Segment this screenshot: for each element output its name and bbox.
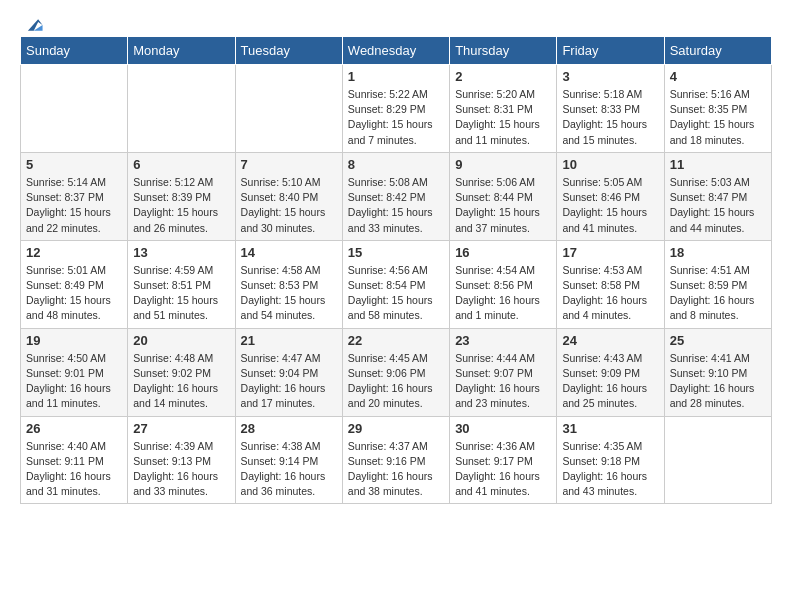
day-number: 11 [670, 157, 766, 172]
day-info-line: and 17 minutes. [241, 397, 316, 409]
calendar-cell: 3Sunrise: 5:18 AMSunset: 8:33 PMDaylight… [557, 65, 664, 153]
day-info-line: Daylight: 15 hours [670, 118, 755, 130]
day-info-line: Daylight: 16 hours [562, 382, 647, 394]
day-info-line: Sunset: 8:51 PM [133, 279, 211, 291]
day-info-line: Daylight: 15 hours [455, 206, 540, 218]
day-number: 30 [455, 421, 551, 436]
day-info: Sunrise: 4:40 AMSunset: 9:11 PMDaylight:… [26, 439, 122, 500]
day-info-line: Sunset: 9:10 PM [670, 367, 748, 379]
day-info-line: and 51 minutes. [133, 309, 208, 321]
day-info-line: Sunrise: 5:16 AM [670, 88, 750, 100]
day-info-line: Sunrise: 4:35 AM [562, 440, 642, 452]
calendar-week-3: 19Sunrise: 4:50 AMSunset: 9:01 PMDayligh… [21, 328, 772, 416]
day-info-line: Sunrise: 4:45 AM [348, 352, 428, 364]
calendar-cell: 10Sunrise: 5:05 AMSunset: 8:46 PMDayligh… [557, 152, 664, 240]
day-header-tuesday: Tuesday [235, 37, 342, 65]
day-number: 5 [26, 157, 122, 172]
day-info: Sunrise: 5:05 AMSunset: 8:46 PMDaylight:… [562, 175, 658, 236]
day-info-line: Daylight: 16 hours [241, 382, 326, 394]
day-info-line: Sunset: 9:02 PM [133, 367, 211, 379]
day-info-line: and 1 minute. [455, 309, 519, 321]
day-info-line: and 43 minutes. [562, 485, 637, 497]
day-number: 2 [455, 69, 551, 84]
day-number: 8 [348, 157, 444, 172]
day-info-line: Sunrise: 5:06 AM [455, 176, 535, 188]
day-info-line: Sunset: 9:09 PM [562, 367, 640, 379]
day-number: 18 [670, 245, 766, 260]
calendar-cell: 14Sunrise: 4:58 AMSunset: 8:53 PMDayligh… [235, 240, 342, 328]
day-info-line: Sunset: 8:47 PM [670, 191, 748, 203]
calendar-cell: 30Sunrise: 4:36 AMSunset: 9:17 PMDayligh… [450, 416, 557, 504]
day-info-line: and 18 minutes. [670, 134, 745, 146]
calendar-cell: 19Sunrise: 4:50 AMSunset: 9:01 PMDayligh… [21, 328, 128, 416]
day-info: Sunrise: 5:20 AMSunset: 8:31 PMDaylight:… [455, 87, 551, 148]
day-info-line: Daylight: 16 hours [26, 470, 111, 482]
calendar-cell: 27Sunrise: 4:39 AMSunset: 9:13 PMDayligh… [128, 416, 235, 504]
day-number: 28 [241, 421, 337, 436]
day-info-line: Daylight: 16 hours [133, 470, 218, 482]
day-number: 9 [455, 157, 551, 172]
day-info-line: Sunrise: 4:37 AM [348, 440, 428, 452]
calendar-cell [21, 65, 128, 153]
day-info-line: Daylight: 15 hours [670, 206, 755, 218]
day-info: Sunrise: 4:41 AMSunset: 9:10 PMDaylight:… [670, 351, 766, 412]
day-info-line: Sunrise: 4:43 AM [562, 352, 642, 364]
day-info-line: Sunrise: 4:50 AM [26, 352, 106, 364]
day-info-line: Daylight: 15 hours [348, 206, 433, 218]
day-info-line: Daylight: 16 hours [348, 382, 433, 394]
day-info-line: Daylight: 16 hours [562, 470, 647, 482]
day-info-line: Sunset: 9:06 PM [348, 367, 426, 379]
day-info-line: and 28 minutes. [670, 397, 745, 409]
day-info: Sunrise: 5:16 AMSunset: 8:35 PMDaylight:… [670, 87, 766, 148]
day-info-line: Sunrise: 5:12 AM [133, 176, 213, 188]
day-info-line: Sunrise: 4:41 AM [670, 352, 750, 364]
day-info: Sunrise: 4:50 AMSunset: 9:01 PMDaylight:… [26, 351, 122, 412]
day-number: 4 [670, 69, 766, 84]
day-number: 16 [455, 245, 551, 260]
day-info-line: Sunset: 8:58 PM [562, 279, 640, 291]
day-info-line: and 30 minutes. [241, 222, 316, 234]
calendar-cell: 28Sunrise: 4:38 AMSunset: 9:14 PMDayligh… [235, 416, 342, 504]
day-info-line: Sunset: 8:59 PM [670, 279, 748, 291]
calendar-cell: 11Sunrise: 5:03 AMSunset: 8:47 PMDayligh… [664, 152, 771, 240]
day-number: 26 [26, 421, 122, 436]
day-info-line: Sunrise: 5:10 AM [241, 176, 321, 188]
day-info-line: Sunset: 8:56 PM [455, 279, 533, 291]
calendar-cell: 24Sunrise: 4:43 AMSunset: 9:09 PMDayligh… [557, 328, 664, 416]
calendar-table: SundayMondayTuesdayWednesdayThursdayFrid… [20, 36, 772, 504]
day-info-line: and 4 minutes. [562, 309, 631, 321]
calendar-cell: 1Sunrise: 5:22 AMSunset: 8:29 PMDaylight… [342, 65, 449, 153]
day-info-line: Daylight: 15 hours [348, 294, 433, 306]
calendar-header: SundayMondayTuesdayWednesdayThursdayFrid… [21, 37, 772, 65]
calendar-cell: 6Sunrise: 5:12 AMSunset: 8:39 PMDaylight… [128, 152, 235, 240]
day-info-line: and 23 minutes. [455, 397, 530, 409]
day-info-line: Daylight: 15 hours [562, 118, 647, 130]
day-info-line: Sunset: 8:33 PM [562, 103, 640, 115]
day-info-line: Sunrise: 4:56 AM [348, 264, 428, 276]
day-info-line: and 44 minutes. [670, 222, 745, 234]
day-number: 15 [348, 245, 444, 260]
day-number: 10 [562, 157, 658, 172]
day-info-line: Sunrise: 4:38 AM [241, 440, 321, 452]
day-info-line: Sunset: 8:40 PM [241, 191, 319, 203]
day-info-line: Sunset: 8:31 PM [455, 103, 533, 115]
day-info-line: Daylight: 16 hours [562, 294, 647, 306]
calendar-body: 1Sunrise: 5:22 AMSunset: 8:29 PMDaylight… [21, 65, 772, 504]
calendar-cell: 8Sunrise: 5:08 AMSunset: 8:42 PMDaylight… [342, 152, 449, 240]
day-info-line: Sunrise: 4:36 AM [455, 440, 535, 452]
day-info: Sunrise: 5:10 AMSunset: 8:40 PMDaylight:… [241, 175, 337, 236]
day-number: 25 [670, 333, 766, 348]
day-header-saturday: Saturday [664, 37, 771, 65]
day-info-line: Sunset: 8:39 PM [133, 191, 211, 203]
day-info-line: and 38 minutes. [348, 485, 423, 497]
day-info-line: and 48 minutes. [26, 309, 101, 321]
day-info-line: and 15 minutes. [562, 134, 637, 146]
day-info-line: Sunset: 9:16 PM [348, 455, 426, 467]
day-info-line: Sunset: 8:46 PM [562, 191, 640, 203]
header [0, 0, 792, 36]
day-info-line: and 11 minutes. [455, 134, 530, 146]
calendar-cell: 26Sunrise: 4:40 AMSunset: 9:11 PMDayligh… [21, 416, 128, 504]
calendar-cell: 21Sunrise: 4:47 AMSunset: 9:04 PMDayligh… [235, 328, 342, 416]
day-info-line: Sunset: 9:17 PM [455, 455, 533, 467]
day-number: 3 [562, 69, 658, 84]
